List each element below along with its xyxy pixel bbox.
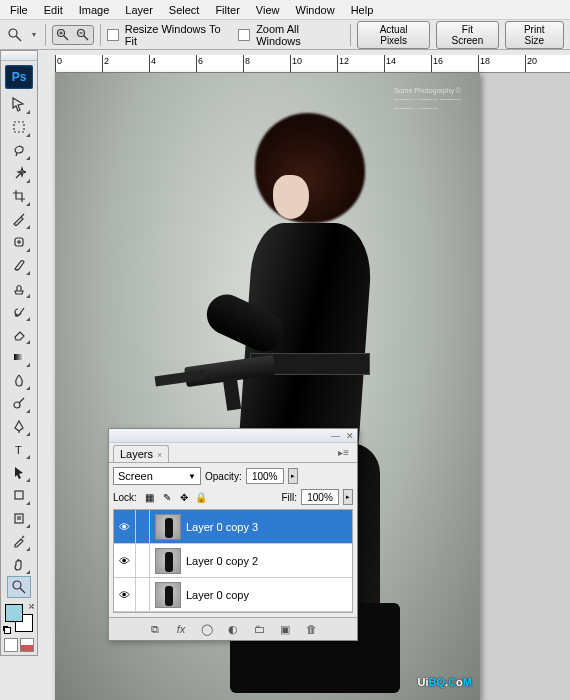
menu-window[interactable]: Window bbox=[288, 2, 343, 18]
layers-list: 👁 Layer 0 copy 3 👁 Layer 0 copy 2 👁 Laye… bbox=[113, 509, 353, 613]
lock-pixels-icon[interactable]: ✎ bbox=[160, 490, 174, 504]
fill-slider-arrow-icon[interactable]: ▸ bbox=[343, 489, 353, 505]
svg-line-3 bbox=[64, 36, 68, 40]
visibility-toggle-icon[interactable]: 👁 bbox=[114, 578, 136, 611]
brush-tool[interactable] bbox=[7, 254, 31, 276]
adjustment-layer-icon[interactable]: ◐ bbox=[225, 622, 241, 636]
ruler-mark: 12 bbox=[339, 56, 349, 66]
delete-layer-icon[interactable]: 🗑 bbox=[303, 622, 319, 636]
standard-mode-button[interactable] bbox=[4, 638, 18, 652]
pen-tool[interactable] bbox=[7, 415, 31, 437]
lasso-tool[interactable] bbox=[7, 139, 31, 161]
new-layer-icon[interactable]: ▣ bbox=[277, 622, 293, 636]
tab-layers[interactable]: Layers× bbox=[113, 445, 169, 462]
svg-line-7 bbox=[84, 36, 88, 40]
visibility-toggle-icon[interactable]: 👁 bbox=[114, 510, 136, 543]
menu-edit[interactable]: Edit bbox=[36, 2, 71, 18]
fit-screen-button[interactable]: Fit Screen bbox=[436, 21, 498, 49]
toolbox-grip[interactable] bbox=[1, 51, 37, 61]
layer-row[interactable]: 👁 Layer 0 copy 3 bbox=[114, 510, 352, 544]
menu-image[interactable]: Image bbox=[71, 2, 118, 18]
layer-lock-column[interactable] bbox=[136, 510, 150, 543]
new-group-icon[interactable]: 🗀 bbox=[251, 622, 267, 636]
layer-thumbnail[interactable] bbox=[155, 514, 181, 540]
actual-pixels-button[interactable]: Actual Pixels bbox=[357, 21, 431, 49]
fill-input[interactable]: 100% bbox=[301, 489, 339, 505]
blur-tool[interactable] bbox=[7, 369, 31, 391]
menu-view[interactable]: View bbox=[248, 2, 288, 18]
watermark: UiBQ.CoM bbox=[418, 672, 472, 690]
divider bbox=[100, 24, 101, 46]
menu-filter[interactable]: Filter bbox=[207, 2, 247, 18]
visibility-toggle-icon[interactable]: 👁 bbox=[114, 544, 136, 577]
zoom-all-checkbox[interactable] bbox=[238, 29, 250, 41]
svg-line-1 bbox=[16, 36, 21, 41]
foreground-color-swatch[interactable] bbox=[5, 604, 23, 622]
opacity-label: Opacity: bbox=[205, 471, 242, 482]
panel-titlebar[interactable]: — ✕ bbox=[109, 429, 357, 443]
svg-rect-14 bbox=[14, 354, 24, 360]
resize-windows-checkbox[interactable] bbox=[107, 29, 119, 41]
panel-minimize-icon[interactable]: — bbox=[331, 431, 340, 441]
marquee-tool[interactable] bbox=[7, 116, 31, 138]
ruler-mark: 0 bbox=[57, 56, 62, 66]
ruler-mark: 6 bbox=[198, 56, 203, 66]
move-tool[interactable] bbox=[7, 93, 31, 115]
zoom-in-button[interactable] bbox=[53, 26, 73, 44]
print-size-button[interactable]: Print Size bbox=[505, 21, 564, 49]
menu-help[interactable]: Help bbox=[343, 2, 382, 18]
healing-brush-tool[interactable] bbox=[7, 231, 31, 253]
tool-dropdown-arrow-icon[interactable]: ▾ bbox=[29, 28, 39, 42]
layer-row[interactable]: 👁 Layer 0 copy bbox=[114, 578, 352, 612]
hand-tool[interactable] bbox=[7, 553, 31, 575]
tab-close-icon[interactable]: × bbox=[157, 450, 162, 460]
zoom-tool[interactable] bbox=[7, 576, 31, 598]
opacity-slider-arrow-icon[interactable]: ▸ bbox=[288, 468, 298, 484]
slice-tool[interactable] bbox=[7, 208, 31, 230]
menu-file[interactable]: File bbox=[2, 2, 36, 18]
lock-all-icon[interactable]: 🔒 bbox=[194, 490, 208, 504]
opacity-input[interactable]: 100% bbox=[246, 468, 284, 484]
layer-name[interactable]: Layer 0 copy 3 bbox=[186, 521, 258, 533]
photo-top-caption: Some Photography © ——— ——— ——— ——— ——— bbox=[394, 87, 464, 112]
notes-tool[interactable] bbox=[7, 507, 31, 529]
menu-layer[interactable]: Layer bbox=[117, 2, 161, 18]
zoom-out-button[interactable] bbox=[73, 26, 93, 44]
layer-mask-icon[interactable]: ◯ bbox=[199, 622, 215, 636]
layer-name[interactable]: Layer 0 copy 2 bbox=[186, 555, 258, 567]
ruler-mark: 18 bbox=[480, 56, 490, 66]
layer-lock-column[interactable] bbox=[136, 544, 150, 577]
clone-stamp-tool[interactable] bbox=[7, 277, 31, 299]
menu-select[interactable]: Select bbox=[161, 2, 208, 18]
lock-transparency-icon[interactable]: ▦ bbox=[143, 490, 157, 504]
swap-colors-icon[interactable]: ⤭ bbox=[28, 602, 35, 611]
layer-lock-column[interactable] bbox=[136, 578, 150, 611]
shape-tool[interactable] bbox=[7, 484, 31, 506]
magic-wand-tool[interactable] bbox=[7, 162, 31, 184]
default-colors-icon[interactable] bbox=[3, 626, 11, 634]
panel-menu-icon[interactable]: ▸≡ bbox=[334, 445, 353, 462]
link-layers-icon[interactable]: ⧉ bbox=[147, 622, 163, 636]
layer-thumbnail[interactable] bbox=[155, 582, 181, 608]
toolbox: Ps T ⤭ bbox=[0, 50, 38, 656]
layer-name[interactable]: Layer 0 copy bbox=[186, 589, 249, 601]
blend-mode-select[interactable]: Screen▼ bbox=[113, 467, 201, 485]
eyedropper-tool[interactable] bbox=[7, 530, 31, 552]
ruler-mark: 4 bbox=[151, 56, 156, 66]
lock-position-icon[interactable]: ✥ bbox=[177, 490, 191, 504]
type-tool[interactable]: T bbox=[7, 438, 31, 460]
dodge-tool[interactable] bbox=[7, 392, 31, 414]
crop-tool[interactable] bbox=[7, 185, 31, 207]
layer-thumbnail[interactable] bbox=[155, 548, 181, 574]
quickmask-mode-button[interactable] bbox=[20, 638, 34, 652]
layer-style-icon[interactable]: fx bbox=[173, 622, 189, 636]
layers-panel-footer: ⧉ fx ◯ ◐ 🗀 ▣ 🗑 bbox=[109, 617, 357, 640]
eraser-tool[interactable] bbox=[7, 323, 31, 345]
gradient-tool[interactable] bbox=[7, 346, 31, 368]
path-selection-tool[interactable] bbox=[7, 461, 31, 483]
svg-point-0 bbox=[9, 29, 17, 37]
panel-close-icon[interactable]: ✕ bbox=[346, 431, 354, 441]
ruler-mark: 20 bbox=[527, 56, 537, 66]
history-brush-tool[interactable] bbox=[7, 300, 31, 322]
layer-row[interactable]: 👁 Layer 0 copy 2 bbox=[114, 544, 352, 578]
